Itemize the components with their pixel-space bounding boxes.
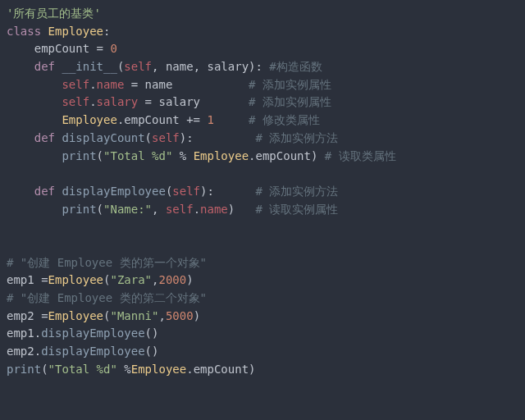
attr: empCount bbox=[124, 113, 179, 126]
method: displayEmployee bbox=[41, 326, 144, 340]
attr: salary bbox=[97, 95, 139, 108]
str: "Manni" bbox=[110, 309, 158, 322]
pad bbox=[194, 131, 256, 144]
pad bbox=[200, 95, 249, 108]
indent bbox=[7, 78, 62, 91]
comment: #构造函数 bbox=[262, 60, 322, 73]
paren: () bbox=[145, 326, 159, 340]
dot: . bbox=[89, 95, 96, 108]
paren: ( bbox=[97, 203, 103, 216]
method: displayEmployee bbox=[41, 345, 144, 358]
comment: # 修改类属性 bbox=[249, 113, 320, 126]
paren: ) bbox=[186, 273, 193, 286]
paren: ) bbox=[194, 309, 200, 322]
comment: # "创建 Employee 类的第二个对象" bbox=[7, 291, 207, 304]
attr: empCount bbox=[194, 363, 249, 376]
var: emp2 bbox=[7, 309, 34, 322]
op: += bbox=[180, 113, 208, 126]
var: emp1 bbox=[7, 273, 34, 286]
dot: . bbox=[186, 363, 193, 376]
print: print bbox=[62, 203, 96, 216]
cls-ref: Employee bbox=[62, 113, 116, 126]
pad bbox=[235, 203, 255, 216]
eq: = bbox=[124, 78, 144, 91]
comma: , bbox=[158, 309, 165, 322]
str: "Total %d" bbox=[103, 149, 172, 162]
pad bbox=[214, 113, 249, 126]
comma: , bbox=[194, 60, 208, 73]
paren: ) bbox=[249, 363, 255, 376]
comment: # 添加实例方法 bbox=[255, 185, 338, 198]
comment: # 添加实例属性 bbox=[249, 95, 331, 108]
dot: . bbox=[249, 149, 255, 162]
param: salary bbox=[207, 60, 249, 73]
attr: name bbox=[200, 203, 228, 216]
kw-def: def bbox=[34, 185, 55, 198]
fn-init: __init__ bbox=[62, 60, 116, 73]
num: 1 bbox=[207, 113, 213, 126]
dot: . bbox=[89, 78, 96, 91]
fn-name: displayEmployee bbox=[62, 185, 165, 198]
cls-ref: Employee bbox=[48, 273, 103, 286]
colon: : bbox=[103, 25, 110, 38]
eq: = bbox=[138, 95, 158, 108]
docstring: '所有员工的基类' bbox=[7, 7, 101, 20]
indent bbox=[7, 95, 62, 108]
var: emp2 bbox=[7, 345, 34, 358]
op: % bbox=[117, 363, 131, 376]
self: self bbox=[62, 78, 89, 91]
rhs: salary bbox=[158, 95, 200, 108]
self: self bbox=[62, 95, 89, 108]
print: print bbox=[62, 149, 96, 162]
paren: () bbox=[145, 345, 159, 358]
num: 2000 bbox=[158, 273, 186, 286]
dot: . bbox=[194, 203, 200, 216]
indent bbox=[7, 113, 62, 126]
comma: , bbox=[152, 203, 166, 216]
comment: # 添加实例方法 bbox=[255, 131, 338, 144]
paren: ( bbox=[41, 363, 48, 376]
class-var: empCount bbox=[34, 42, 89, 55]
cls-ref: Employee bbox=[194, 149, 249, 162]
dot: . bbox=[34, 345, 41, 358]
kw-class: class bbox=[7, 25, 41, 38]
class-name: Employee bbox=[48, 25, 103, 38]
indent bbox=[7, 131, 34, 144]
op: % bbox=[172, 149, 193, 162]
dot: . bbox=[34, 326, 41, 340]
paren: ): bbox=[200, 185, 214, 198]
attr: name bbox=[97, 78, 125, 91]
eq: = bbox=[34, 309, 48, 322]
kw-def: def bbox=[34, 131, 55, 144]
paren: ): bbox=[180, 131, 194, 144]
num: 5000 bbox=[166, 309, 194, 322]
eq: = bbox=[89, 42, 110, 55]
indent bbox=[7, 60, 34, 73]
self: self bbox=[172, 185, 200, 198]
pad bbox=[214, 185, 256, 198]
fn-name: displayCount bbox=[62, 131, 144, 144]
str: "Total %d" bbox=[48, 363, 117, 376]
cls-ref: Employee bbox=[48, 309, 103, 322]
self: self bbox=[166, 203, 194, 216]
var: emp1 bbox=[7, 326, 34, 340]
eq: = bbox=[34, 273, 48, 286]
print: print bbox=[7, 363, 41, 376]
paren: ( bbox=[145, 131, 152, 144]
pad bbox=[317, 149, 324, 162]
str: "Name:" bbox=[103, 203, 152, 216]
comma: , bbox=[152, 60, 166, 73]
self: self bbox=[124, 60, 152, 73]
comment: # "创建 Employee 类的第一个对象" bbox=[7, 256, 207, 269]
comment: # 读取实例属性 bbox=[256, 203, 339, 216]
indent bbox=[7, 203, 62, 216]
code-block: '所有员工的基类' class Employee: empCount = 0 d… bbox=[0, 0, 525, 383]
cls-ref: Employee bbox=[131, 363, 186, 376]
str: "Zara" bbox=[110, 273, 152, 286]
self: self bbox=[152, 131, 180, 144]
indent bbox=[7, 42, 34, 55]
pad bbox=[172, 78, 249, 91]
kw-def: def bbox=[34, 60, 55, 73]
num: 0 bbox=[110, 42, 116, 55]
attr: empCount bbox=[256, 149, 311, 162]
